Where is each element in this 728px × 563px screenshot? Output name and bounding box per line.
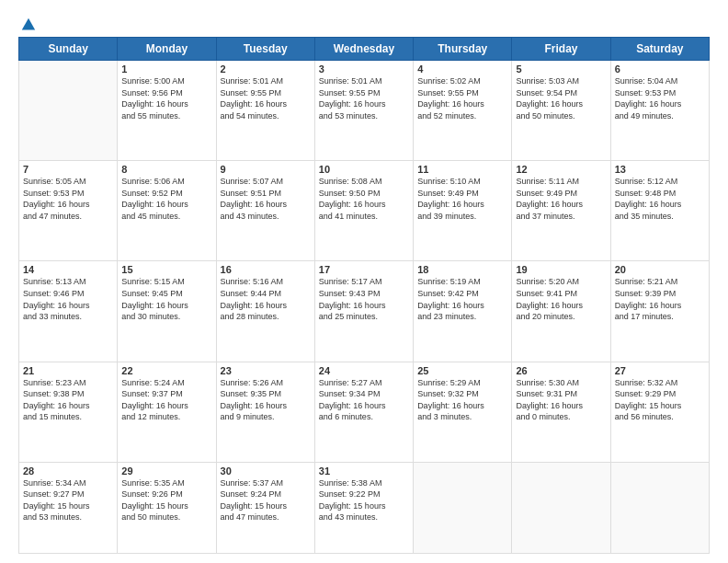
day-cell: 18Sunrise: 5:19 AM Sunset: 9:42 PM Dayli… — [414, 261, 512, 362]
day-cell: 26Sunrise: 5:30 AM Sunset: 9:31 PM Dayli… — [512, 362, 610, 462]
day-cell: 14Sunrise: 5:13 AM Sunset: 9:46 PM Dayli… — [19, 261, 118, 362]
weekday-header-row: SundayMondayTuesdayWednesdayThursdayFrid… — [19, 38, 710, 61]
day-cell: 10Sunrise: 5:08 AM Sunset: 9:50 PM Dayli… — [314, 161, 413, 261]
day-number: 4 — [417, 63, 507, 75]
day-cell: 2Sunrise: 5:01 AM Sunset: 9:55 PM Daylig… — [216, 61, 314, 161]
day-info: Sunrise: 5:04 AM Sunset: 9:53 PM Dayligh… — [615, 75, 705, 121]
day-info: Sunrise: 5:21 AM Sunset: 9:39 PM Dayligh… — [615, 276, 705, 322]
day-number: 16 — [221, 264, 311, 275]
day-info: Sunrise: 5:29 AM Sunset: 9:32 PM Dayligh… — [417, 377, 507, 423]
day-info: Sunrise: 5:27 AM Sunset: 9:34 PM Dayligh… — [319, 377, 409, 423]
day-cell: 17Sunrise: 5:17 AM Sunset: 9:43 PM Dayli… — [314, 261, 413, 362]
day-info: Sunrise: 5:06 AM Sunset: 9:52 PM Dayligh… — [121, 176, 211, 222]
day-cell — [610, 462, 709, 553]
day-cell — [19, 61, 118, 161]
day-number: 9 — [221, 164, 311, 175]
day-cell: 7Sunrise: 5:05 AM Sunset: 9:53 PM Daylig… — [19, 161, 118, 261]
day-cell: 30Sunrise: 5:37 AM Sunset: 9:24 PM Dayli… — [216, 462, 314, 553]
day-info: Sunrise: 5:26 AM Sunset: 9:35 PM Dayligh… — [221, 377, 311, 423]
day-number: 17 — [319, 264, 409, 275]
page: SundayMondayTuesdayWednesdayThursdayFrid… — [0, 0, 728, 563]
day-number: 28 — [23, 465, 113, 477]
weekday-header-thursday: Thursday — [414, 38, 512, 61]
day-cell — [414, 462, 512, 553]
day-info: Sunrise: 5:11 AM Sunset: 9:49 PM Dayligh… — [516, 176, 606, 222]
day-number: 30 — [221, 465, 311, 477]
day-info: Sunrise: 5:00 AM Sunset: 9:56 PM Dayligh… — [121, 75, 211, 121]
day-cell: 21Sunrise: 5:23 AM Sunset: 9:38 PM Dayli… — [19, 362, 118, 462]
day-number: 29 — [121, 465, 211, 477]
day-number: 19 — [516, 264, 606, 275]
day-cell: 19Sunrise: 5:20 AM Sunset: 9:41 PM Dayli… — [512, 261, 610, 362]
day-info: Sunrise: 5:05 AM Sunset: 9:53 PM Dayligh… — [23, 176, 113, 222]
day-number: 2 — [221, 63, 311, 75]
weekday-header-monday: Monday — [118, 38, 216, 61]
day-info: Sunrise: 5:01 AM Sunset: 9:55 PM Dayligh… — [319, 75, 409, 121]
day-cell: 8Sunrise: 5:06 AM Sunset: 9:52 PM Daylig… — [118, 161, 216, 261]
day-number: 26 — [516, 365, 606, 376]
header — [18, 17, 710, 31]
day-cell: 24Sunrise: 5:27 AM Sunset: 9:34 PM Dayli… — [314, 362, 413, 462]
week-row-1: 1Sunrise: 5:00 AM Sunset: 9:56 PM Daylig… — [19, 61, 710, 161]
day-number: 14 — [23, 264, 113, 275]
day-info: Sunrise: 5:01 AM Sunset: 9:55 PM Dayligh… — [221, 75, 311, 121]
day-cell: 13Sunrise: 5:12 AM Sunset: 9:48 PM Dayli… — [610, 161, 709, 261]
week-row-4: 21Sunrise: 5:23 AM Sunset: 9:38 PM Dayli… — [19, 362, 710, 462]
day-info: Sunrise: 5:16 AM Sunset: 9:44 PM Dayligh… — [221, 276, 311, 322]
day-info: Sunrise: 5:10 AM Sunset: 9:49 PM Dayligh… — [417, 176, 507, 222]
day-info: Sunrise: 5:15 AM Sunset: 9:45 PM Dayligh… — [121, 276, 211, 322]
day-info: Sunrise: 5:37 AM Sunset: 9:24 PM Dayligh… — [221, 477, 311, 523]
logo-text — [18, 17, 37, 33]
day-info: Sunrise: 5:20 AM Sunset: 9:41 PM Dayligh… — [516, 276, 606, 322]
day-info: Sunrise: 5:17 AM Sunset: 9:43 PM Dayligh… — [319, 276, 409, 322]
weekday-header-sunday: Sunday — [19, 38, 118, 61]
day-info: Sunrise: 5:35 AM Sunset: 9:26 PM Dayligh… — [121, 477, 211, 523]
day-info: Sunrise: 5:24 AM Sunset: 9:37 PM Dayligh… — [121, 377, 211, 423]
day-info: Sunrise: 5:03 AM Sunset: 9:54 PM Dayligh… — [516, 75, 606, 121]
day-cell: 31Sunrise: 5:38 AM Sunset: 9:22 PM Dayli… — [314, 462, 413, 553]
week-row-3: 14Sunrise: 5:13 AM Sunset: 9:46 PM Dayli… — [19, 261, 710, 362]
day-info: Sunrise: 5:23 AM Sunset: 9:38 PM Dayligh… — [23, 377, 113, 423]
day-number: 15 — [121, 264, 211, 275]
weekday-header-friday: Friday — [512, 38, 610, 61]
day-number: 22 — [121, 365, 211, 376]
day-cell — [512, 462, 610, 553]
day-number: 12 — [516, 164, 606, 175]
day-number: 31 — [319, 465, 409, 477]
day-number: 25 — [417, 365, 507, 376]
day-info: Sunrise: 5:02 AM Sunset: 9:55 PM Dayligh… — [417, 75, 507, 121]
day-info: Sunrise: 5:38 AM Sunset: 9:22 PM Dayligh… — [319, 477, 409, 523]
day-number: 27 — [615, 365, 705, 376]
day-info: Sunrise: 5:32 AM Sunset: 9:29 PM Dayligh… — [615, 377, 705, 423]
day-number: 7 — [23, 164, 113, 175]
day-info: Sunrise: 5:08 AM Sunset: 9:50 PM Dayligh… — [319, 176, 409, 222]
day-number: 8 — [121, 164, 211, 175]
day-number: 18 — [417, 264, 507, 275]
day-info: Sunrise: 5:19 AM Sunset: 9:42 PM Dayligh… — [417, 276, 507, 322]
weekday-header-wednesday: Wednesday — [314, 38, 413, 61]
day-cell: 23Sunrise: 5:26 AM Sunset: 9:35 PM Dayli… — [216, 362, 314, 462]
day-info: Sunrise: 5:34 AM Sunset: 9:27 PM Dayligh… — [23, 477, 113, 523]
day-number: 3 — [319, 63, 409, 75]
day-cell: 22Sunrise: 5:24 AM Sunset: 9:37 PM Dayli… — [118, 362, 216, 462]
day-number: 13 — [615, 164, 705, 175]
day-cell: 28Sunrise: 5:34 AM Sunset: 9:27 PM Dayli… — [19, 462, 118, 553]
calendar-table: SundayMondayTuesdayWednesdayThursdayFrid… — [18, 37, 710, 554]
day-number: 11 — [417, 164, 507, 175]
weekday-header-saturday: Saturday — [610, 38, 709, 61]
day-cell: 16Sunrise: 5:16 AM Sunset: 9:44 PM Dayli… — [216, 261, 314, 362]
weekday-header-tuesday: Tuesday — [216, 38, 314, 61]
day-cell: 20Sunrise: 5:21 AM Sunset: 9:39 PM Dayli… — [610, 261, 709, 362]
logo — [18, 17, 37, 31]
week-row-5: 28Sunrise: 5:34 AM Sunset: 9:27 PM Dayli… — [19, 462, 710, 553]
day-number: 1 — [121, 63, 211, 75]
day-cell: 29Sunrise: 5:35 AM Sunset: 9:26 PM Dayli… — [118, 462, 216, 553]
day-cell: 9Sunrise: 5:07 AM Sunset: 9:51 PM Daylig… — [216, 161, 314, 261]
day-number: 24 — [319, 365, 409, 376]
day-cell: 6Sunrise: 5:04 AM Sunset: 9:53 PM Daylig… — [610, 61, 709, 161]
day-info: Sunrise: 5:07 AM Sunset: 9:51 PM Dayligh… — [221, 176, 311, 222]
day-info: Sunrise: 5:13 AM Sunset: 9:46 PM Dayligh… — [23, 276, 113, 322]
day-cell: 5Sunrise: 5:03 AM Sunset: 9:54 PM Daylig… — [512, 61, 610, 161]
day-cell: 27Sunrise: 5:32 AM Sunset: 9:29 PM Dayli… — [610, 362, 709, 462]
svg-marker-0 — [22, 18, 35, 30]
